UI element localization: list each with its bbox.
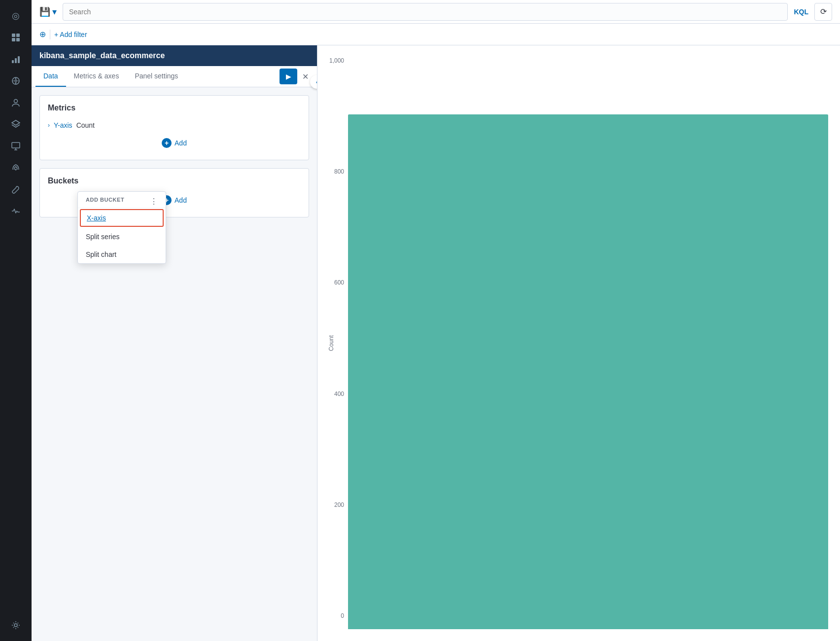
tab-data[interactable]: Data [35,66,66,87]
monitor-icon[interactable] [6,136,26,156]
content-area: kibana_sample_data_ecommerce ‹ Data Metr… [32,45,840,641]
chart-bar [348,114,828,629]
buckets-section: Buckets + Add ADD BUCKET ⋮ X-axis [39,168,309,217]
metrics-title: Metrics [48,104,301,112]
y-axis-row: › Y-axis Count [48,118,301,132]
index-pattern-name: kibana_sample_data_ecommerce [39,51,165,60]
signal-icon[interactable] [6,158,26,178]
settings-icon[interactable] [6,615,26,635]
compass-icon[interactable]: ◎ [6,6,26,26]
bar-chart: Count [348,57,828,629]
filter-divider [50,30,50,39]
left-panel: kibana_sample_data_ecommerce ‹ Data Metr… [32,45,317,641]
tools-icon[interactable] [6,179,26,199]
dropdown-item-split-series[interactable]: Split series [78,228,166,246]
tabs: Data Metrics & axes Panel settings ▶ ✕ [32,66,317,87]
dropdown-item-x-axis[interactable]: X-axis [80,209,164,227]
visualize-icon[interactable] [6,49,26,69]
filter-icon[interactable]: ⊕ [39,30,46,39]
metrics-add-label: Add [175,139,187,147]
x-axis-link[interactable]: X-axis [87,214,106,222]
refresh-icon: ⟳ [820,7,827,16]
svg-rect-2 [12,38,15,41]
more-options-icon[interactable]: ⋮ [150,197,158,206]
bucket-dropdown-container: + Add ADD BUCKET ⋮ X-axis Split series [48,191,301,209]
tab-panel-settings[interactable]: Panel settings [127,66,186,87]
heartbeat-icon[interactable] [6,201,26,221]
sidebar: ◎ [0,0,32,641]
tab-metrics-axes[interactable]: Metrics & axes [66,66,127,87]
buckets-add-label: Add [175,196,187,204]
save-icon: 💾 [39,6,50,17]
dashboard-icon[interactable] [6,28,26,47]
y-axis-label[interactable]: Y-axis [54,121,72,129]
maps-icon[interactable] [6,71,26,91]
metrics-section: Metrics › Y-axis Count + Add [39,95,309,160]
run-icon: ▶ [286,72,291,80]
y-tick-600: 600 [334,279,344,286]
svg-point-8 [14,100,18,103]
svg-rect-1 [16,34,20,37]
dropdown-item-split-chart[interactable]: Split chart [78,246,166,263]
stack-icon[interactable] [6,114,26,134]
panel-content: Metrics › Y-axis Count + Add Buckets [32,87,317,641]
add-filter-button[interactable]: + Add filter [54,31,87,38]
kql-button[interactable]: KQL [794,8,808,16]
y-axis-label: Count [328,335,335,351]
person-icon[interactable] [6,93,26,112]
y-tick-800: 800 [334,168,344,175]
svg-rect-0 [12,34,15,37]
filterbar: ⊕ + Add filter [32,24,840,45]
chart-content: Count [348,57,828,629]
topbar: 💾 ▾ KQL ⟳ [32,0,840,24]
add-circle-icon: + [162,138,172,148]
y-tick-1000: 1,000 [329,57,344,64]
svg-rect-9 [12,142,20,148]
buckets-title: Buckets [48,177,301,185]
search-input[interactable] [63,3,788,21]
svg-rect-3 [16,38,20,41]
y-tick-400: 400 [334,391,344,397]
close-icon: ✕ [302,72,309,81]
save-button[interactable]: 💾 ▾ [39,6,57,17]
index-pattern-header: kibana_sample_data_ecommerce [32,45,317,66]
y-tick-200: 200 [334,501,344,508]
svg-point-10 [15,169,17,171]
svg-point-11 [14,624,17,627]
split-series-label: Split series [86,233,119,241]
save-chevron[interactable]: ▾ [52,6,57,17]
y-tick-0: 0 [341,612,344,619]
svg-rect-5 [15,58,17,63]
split-chart-label: Split chart [86,250,116,258]
y-axis-chevron[interactable]: › [48,122,50,129]
svg-rect-4 [12,60,14,63]
y-axis-type: Count [76,121,95,129]
metrics-add-button[interactable]: + Add [48,134,301,152]
main-content: 💾 ▾ KQL ⟳ ⊕ + Add filter kibana_sample_d… [32,0,840,641]
svg-rect-6 [18,56,20,63]
run-button[interactable]: ▶ [280,69,297,84]
chart-area: 1,000 800 600 400 200 0 Count [317,45,840,641]
refresh-button[interactable]: ⟳ [814,3,832,21]
add-bucket-dropdown: ADD BUCKET ⋮ X-axis Split series Split c… [77,191,166,264]
chart-wrapper: 1,000 800 600 400 200 0 Count [329,57,828,629]
